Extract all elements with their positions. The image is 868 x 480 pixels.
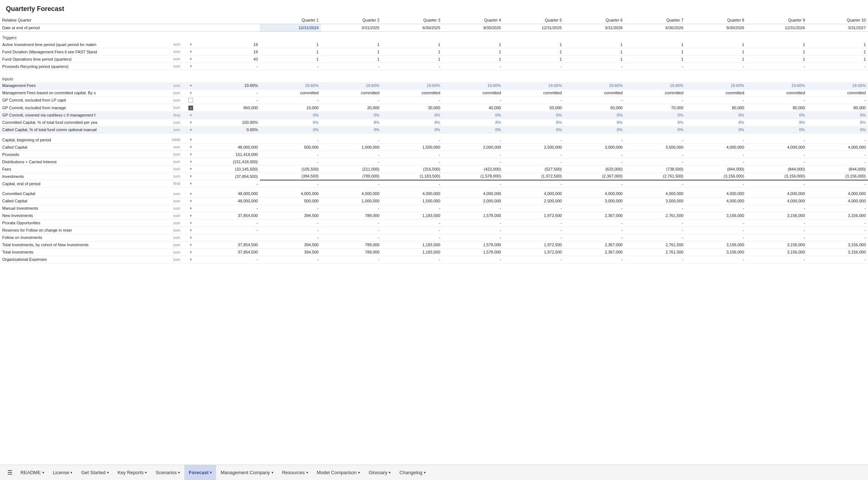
row-quarter-value: 8% [625,119,686,126]
q8-date: 9/30/2026 [685,24,746,32]
row-quarter-value: - [807,205,868,212]
row-quarter-value: (1,578,000) [442,173,503,180]
row-dropdown-arrow[interactable]: ▾ [183,89,199,96]
row-quarter-value: 1,972,500 [503,212,564,219]
row-quarter-value: - [564,151,625,158]
row-quarter-value: 1,972,500 [503,248,564,256]
row-dropdown-arrow[interactable]: ▾ [183,151,199,158]
row-quarter-value: - [260,219,321,226]
row-dropdown-arrow[interactable]: ▾ [183,82,199,89]
row-quarter-value: (105,500) [260,165,321,173]
row-dropdown-arrow[interactable]: ▾ [183,56,199,63]
row-dropdown-arrow[interactable]: ▾ [183,158,199,165]
q2-date: 3/31/2025 [321,24,382,32]
table-row: GP Commit, excluded from managesum✓960,0… [0,104,868,112]
row-dropdown-arrow[interactable]: ▾ [183,63,199,70]
row-quarter-value: - [442,136,503,144]
row-dropdown-arrow[interactable]: ▾ [183,136,199,144]
row-dropdown-arrow[interactable]: ▾ [183,197,199,205]
row-quarter-value: - [321,226,382,234]
row-quarter-value: - [382,63,443,70]
row-quarter-value: - [807,136,868,144]
row-quarter-value: 1,500,000 [382,144,443,151]
row-quarter-value: committed [442,89,503,96]
table-row: Fund Operations time period (quarters)su… [0,56,868,63]
row-quarter-value: 0% [685,126,746,133]
row-quarter-value: - [321,136,382,144]
row-agg-type: final [149,180,183,187]
row-quarter-value: 50,000 [503,104,564,112]
row-quarter-value: - [807,151,868,158]
q8-header: Quarter 8 [685,16,746,24]
row-quarter-value: 0% [807,111,868,119]
row-quarter-value: 2,367,000 [564,248,625,256]
row-dropdown-arrow[interactable]: ▾ [183,212,199,219]
row-quarter-value: committed [564,89,625,96]
row-quarter-value: 3,156,000 [807,248,868,256]
row-quarter-value: (3,156,000) [746,173,807,180]
row-quarter-value: - [746,256,807,263]
row-dropdown-arrow[interactable]: ✓ [183,104,199,112]
row-dropdown-arrow[interactable]: ▾ [183,48,199,56]
q1-date: 12/31/2024 [260,24,321,32]
row-dropdown-arrow[interactable]: ▾ [183,248,199,256]
row-dropdown-arrow[interactable]: ▾ [183,226,199,234]
row-quarter-value: committed [321,89,382,96]
q10-header: Quarter 10 [807,16,868,24]
row-quarter-value: - [625,158,686,165]
row-dropdown-arrow[interactable]: ▾ [183,173,199,180]
row-agg-type: final [149,111,183,119]
row-agg-type: sum [149,205,183,212]
row-quarter-value: - [807,158,868,165]
row-dropdown-arrow[interactable]: ▾ [183,256,199,263]
row-quarter-value: - [746,63,807,70]
row-quarter-value: 0% [625,126,686,133]
row-quarter-value: - [807,234,868,241]
row-quarter-value: 2,000,000 [442,144,503,151]
row-total: 19 [199,48,260,56]
row-quarter-value: 1 [260,56,321,63]
row-quarter-value: - [746,136,807,144]
row-dropdown-arrow[interactable] [183,96,199,104]
arrow-header [183,16,199,24]
table-row [0,70,868,73]
row-dropdown-arrow[interactable]: ▾ [183,190,199,198]
row-agg-type: sum [149,119,183,126]
row-quarter-value: 394,500 [260,241,321,248]
row-label: Called Capital, % of total fund comm opt… [0,126,149,133]
row-dropdown-arrow[interactable]: ▾ [183,165,199,173]
row-quarter-value: 3,156,000 [807,241,868,248]
row-quarter-value: 0% [382,111,443,119]
row-dropdown-arrow[interactable]: ▾ [183,241,199,248]
row-quarter-value: 1 [382,41,443,48]
row-quarter-value: committed [685,89,746,96]
row-dropdown-arrow[interactable]: ▾ [183,111,199,119]
row-quarter-value: 80,000 [807,104,868,112]
row-quarter-value: - [564,256,625,263]
row-dropdown-arrow[interactable]: ▾ [183,234,199,241]
row-dropdown-arrow[interactable]: ▾ [183,205,199,212]
q10-date: 3/31/2027 [807,24,868,32]
row-dropdown-arrow[interactable]: ▾ [183,180,199,187]
row-quarter-value: - [382,256,443,263]
row-quarter-value: 0% [382,126,443,133]
row-total: (10,145,500) [199,165,260,173]
row-label: Investments [0,173,149,180]
row-quarter-value: 1 [564,56,625,63]
row-quarter-value: - [503,226,564,234]
row-quarter-value: - [503,136,564,144]
row-quarter-value: 19.60% [382,82,443,89]
row-dropdown-arrow[interactable]: ▾ [183,119,199,126]
row-dropdown-arrow[interactable]: ▾ [183,41,199,48]
row-quarter-value: 3,000,000 [564,144,625,151]
row-dropdown-arrow[interactable]: ▾ [183,219,199,226]
row-dropdown-arrow[interactable]: ▾ [183,144,199,151]
row-quarter-value: - [382,234,443,241]
row-dropdown-arrow[interactable]: ▾ [183,126,199,133]
row-agg-type: sum [149,63,183,70]
row-quarter-value: 1,183,500 [382,212,443,219]
row-agg-type: sum [149,248,183,256]
row-quarter-value: - [442,158,503,165]
row-quarter-value: 19.60% [321,82,382,89]
row-quarter-value: 1 [503,56,564,63]
